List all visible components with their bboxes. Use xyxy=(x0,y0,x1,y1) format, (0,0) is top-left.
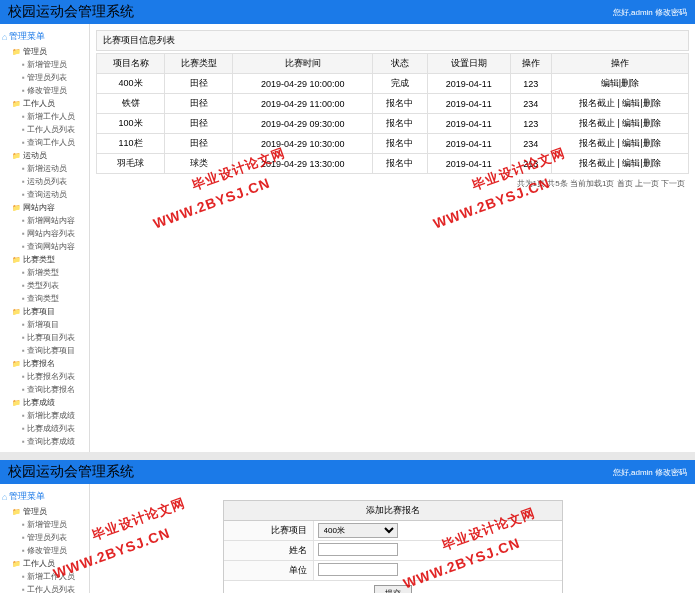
tree-item[interactable]: 新增网站内容 xyxy=(2,214,87,227)
data-cell: 400米 xyxy=(97,74,165,94)
tree-group[interactable]: 比赛项目 xyxy=(2,305,87,318)
tree-item[interactable]: 修改管理员 xyxy=(2,544,87,557)
table-row: 铁饼田径2019-04-29 11:00:00报名中2019-04-11234报… xyxy=(97,94,689,114)
column-header: 项目名称 xyxy=(97,54,165,74)
data-cell: 2019-04-29 10:00:00 xyxy=(233,74,373,94)
app-title: 校园运动会管理系统 xyxy=(8,3,134,21)
header: 校园运动会管理系统 您好,admin 修改密码 xyxy=(0,460,695,484)
tree-item[interactable]: 网站内容列表 xyxy=(2,227,87,240)
tree-group[interactable]: 比赛类型 xyxy=(2,253,87,266)
tree-item[interactable]: 查询类型 xyxy=(2,292,87,305)
data-cell: 2019-04-11 xyxy=(427,114,510,134)
form-row: 姓名 xyxy=(224,541,562,561)
submit-button[interactable]: 提交 xyxy=(374,585,412,593)
action-cell[interactable]: 234 xyxy=(510,94,551,114)
sidebar-root[interactable]: 管理菜单 xyxy=(2,488,87,505)
column-header: 设置日期 xyxy=(427,54,510,74)
data-cell: 完成 xyxy=(373,74,427,94)
screenshot-top: 校园运动会管理系统 您好,admin 修改密码 管理菜单 管理员新增管理员管理员… xyxy=(0,0,695,452)
app-title: 校园运动会管理系统 xyxy=(8,463,134,481)
form-label: 姓名 xyxy=(224,541,314,560)
action-cell[interactable]: 报名截止 | 编辑|删除 xyxy=(551,94,688,114)
form-title: 添加比赛报名 xyxy=(224,501,562,521)
tree-group[interactable]: 管理员 xyxy=(2,505,87,518)
screenshot-bottom: 校园运动会管理系统 您好,admin 修改密码 管理菜单 管理员新增管理员管理员… xyxy=(0,460,695,593)
tree-item[interactable]: 新增工作人员 xyxy=(2,110,87,123)
main-panel: 添加比赛报名 比赛项目400米姓名单位 提交 xyxy=(90,484,695,593)
tree-item[interactable]: 工作人员列表 xyxy=(2,583,87,593)
data-cell: 2019-04-29 11:00:00 xyxy=(233,94,373,114)
tree-item[interactable]: 新增类型 xyxy=(2,266,87,279)
tree-item[interactable]: 修改管理员 xyxy=(2,84,87,97)
sidebar: 管理菜单 管理员新增管理员管理员列表修改管理员工作人员新增工作人员工作人员列表查… xyxy=(0,484,90,593)
panel-title: 比赛项目信息列表 xyxy=(96,30,689,51)
tree-item[interactable]: 比赛报名列表 xyxy=(2,370,87,383)
tree-item[interactable]: 运动员列表 xyxy=(2,175,87,188)
column-header: 操作 xyxy=(551,54,688,74)
tree-item[interactable]: 类型列表 xyxy=(2,279,87,292)
form-row: 比赛项目400米 xyxy=(224,521,562,541)
header-right[interactable]: 您好,admin 修改密码 xyxy=(613,467,687,478)
tree-item[interactable]: 管理员列表 xyxy=(2,531,87,544)
tree-item[interactable]: 新增管理员 xyxy=(2,58,87,71)
form-input[interactable] xyxy=(318,563,398,576)
pager[interactable]: 共为1页 共5条 当前加载1页 首页 上一页 下一页 xyxy=(96,174,689,193)
tree-group[interactable]: 工作人员 xyxy=(2,97,87,110)
data-cell: 2019-04-29 09:30:00 xyxy=(233,114,373,134)
tree-item[interactable]: 比赛成绩列表 xyxy=(2,422,87,435)
header: 校园运动会管理系统 您好,admin 修改密码 xyxy=(0,0,695,24)
form-input[interactable] xyxy=(318,543,398,556)
action-cell[interactable]: 报名截止 | 编辑|删除 xyxy=(551,134,688,154)
tree-group[interactable]: 运动员 xyxy=(2,149,87,162)
tree-item[interactable]: 查询运动员 xyxy=(2,188,87,201)
data-cell: 报名中 xyxy=(373,94,427,114)
form-row: 单位 xyxy=(224,561,562,581)
tree-group[interactable]: 管理员 xyxy=(2,45,87,58)
action-cell[interactable]: 123 xyxy=(510,74,551,94)
form-panel: 添加比赛报名 比赛项目400米姓名单位 提交 xyxy=(223,500,563,593)
action-cell[interactable]: 213 xyxy=(510,154,551,174)
tree-item[interactable]: 查询比赛报名 xyxy=(2,383,87,396)
data-cell: 田径 xyxy=(165,114,233,134)
tree-item[interactable]: 管理员列表 xyxy=(2,71,87,84)
form-select[interactable]: 400米 xyxy=(318,523,398,538)
data-cell: 2019-04-11 xyxy=(427,134,510,154)
table-row: 羽毛球球类2019-04-29 13:30:00报名中2019-04-11213… xyxy=(97,154,689,174)
tree-item[interactable]: 新增运动员 xyxy=(2,162,87,175)
data-cell: 田径 xyxy=(165,94,233,114)
data-cell: 110栏 xyxy=(97,134,165,154)
form-label: 比赛项目 xyxy=(224,521,314,540)
tree-group[interactable]: 网站内容 xyxy=(2,201,87,214)
action-cell[interactable]: 报名截止 | 编辑|删除 xyxy=(551,114,688,134)
tree-group[interactable]: 工作人员 xyxy=(2,557,87,570)
data-cell: 2019-04-29 10:30:00 xyxy=(233,134,373,154)
action-cell[interactable]: 编辑|删除 xyxy=(551,74,688,94)
column-header: 比赛类型 xyxy=(165,54,233,74)
data-cell: 报名中 xyxy=(373,114,427,134)
tree-item[interactable]: 新增项目 xyxy=(2,318,87,331)
data-cell: 球类 xyxy=(165,154,233,174)
data-cell: 2019-04-11 xyxy=(427,74,510,94)
tree-group[interactable]: 比赛报名 xyxy=(2,357,87,370)
tree-item[interactable]: 查询工作人员 xyxy=(2,136,87,149)
action-cell[interactable]: 报名截止 | 编辑|删除 xyxy=(551,154,688,174)
header-right[interactable]: 您好,admin 修改密码 xyxy=(613,7,687,18)
column-header: 操作 xyxy=(510,54,551,74)
tree-item[interactable]: 新增管理员 xyxy=(2,518,87,531)
tree-item[interactable]: 比赛项目列表 xyxy=(2,331,87,344)
tree-group[interactable]: 比赛成绩 xyxy=(2,396,87,409)
form-label: 单位 xyxy=(224,561,314,580)
tree-item[interactable]: 查询网站内容 xyxy=(2,240,87,253)
tree-item[interactable]: 工作人员列表 xyxy=(2,123,87,136)
tree-item[interactable]: 查询比赛项目 xyxy=(2,344,87,357)
sidebar-root[interactable]: 管理菜单 xyxy=(2,28,87,45)
action-cell[interactable]: 123 xyxy=(510,114,551,134)
tree-item[interactable]: 查询比赛成绩 xyxy=(2,435,87,448)
tree-item[interactable]: 新增工作人员 xyxy=(2,570,87,583)
tree-item[interactable]: 新增比赛成绩 xyxy=(2,409,87,422)
data-cell: 2019-04-11 xyxy=(427,154,510,174)
data-cell: 报名中 xyxy=(373,134,427,154)
table-row: 400米田径2019-04-29 10:00:00完成2019-04-11123… xyxy=(97,74,689,94)
data-table: 项目名称比赛类型比赛时间状态设置日期操作操作 400米田径2019-04-29 … xyxy=(96,53,689,174)
action-cell[interactable]: 234 xyxy=(510,134,551,154)
